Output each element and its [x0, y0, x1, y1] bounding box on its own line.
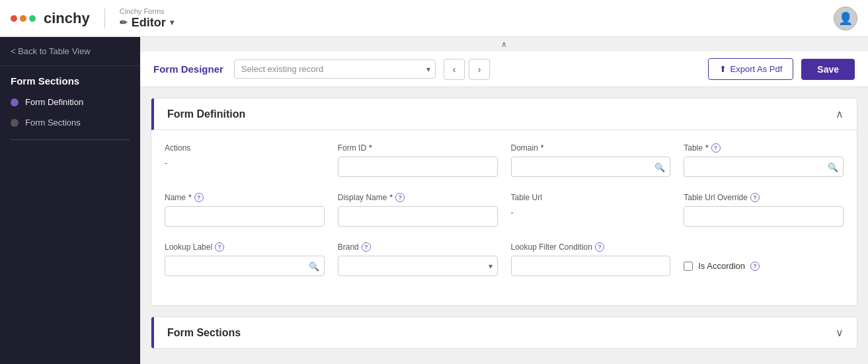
sidebar-item-label: Form Sections — [25, 118, 81, 127]
table-required: * — [705, 143, 709, 153]
table-field: Table * ? 🔍 — [684, 143, 844, 177]
main-layout: < Back to Table View Form Sections Form … — [0, 37, 868, 364]
avatar[interactable]: 👤 — [834, 7, 857, 30]
domain-label: Domain * — [511, 143, 671, 153]
dot-orange — [20, 15, 26, 22]
app-label-group: Cinchy Forms ✏ Editor ▾ — [120, 7, 174, 30]
record-select-wrapper: Select existing record ▾ — [234, 59, 436, 79]
table-url-override-field: Table Url Override ? — [684, 193, 844, 227]
export-button[interactable]: ⬆ Export As Pdf — [708, 58, 794, 80]
editor-chevron-icon[interactable]: ▾ — [170, 18, 174, 27]
is-accordion-help-icon[interactable]: ? — [750, 262, 760, 271]
is-accordion-label: Is Accordion — [698, 261, 745, 271]
lookup-label-field: Lookup Label ? 🔍 — [165, 242, 325, 276]
form-sections-collapse-button[interactable]: ∨ — [836, 326, 844, 339]
lookup-filter-field: Lookup Filter Condition ? — [511, 242, 671, 276]
dot-green — [29, 15, 36, 22]
name-label: Name * ? — [165, 193, 325, 202]
brand-select-wrapper: ▾ — [338, 256, 498, 276]
form-sections-title: Form Sections — [167, 327, 241, 339]
lookup-label-help-icon[interactable]: ? — [215, 242, 224, 252]
name-input[interactable] — [165, 206, 325, 227]
sidebar-dot-active — [11, 98, 19, 106]
table-url-label: Table Url — [511, 193, 671, 202]
sidebar-section-title: Form Sections — [0, 66, 140, 92]
dot-red — [11, 15, 17, 22]
domain-input-wrapper: 🔍 — [511, 157, 671, 177]
display-name-help-icon[interactable]: ? — [395, 193, 405, 202]
table-url-field: Table Url - — [511, 193, 671, 227]
form-sections-card: Form Sections ∨ — [151, 316, 857, 349]
display-name-field: Display Name * ? — [338, 193, 498, 227]
nav-next-button[interactable]: › — [469, 59, 490, 80]
forms-label: Cinchy Forms — [120, 7, 174, 15]
is-accordion-checkbox[interactable] — [684, 262, 693, 271]
toolbar-title: Form Designer — [153, 63, 223, 75]
form-sections-header: Form Sections ∨ — [151, 317, 857, 348]
table-url-value: - — [511, 206, 671, 219]
collapse-toggle[interactable]: ∧ — [140, 37, 868, 52]
brand-help-icon[interactable]: ? — [362, 242, 371, 252]
nav-prev-button[interactable]: ‹ — [444, 59, 465, 80]
sidebar-divider — [11, 139, 130, 140]
content-area: ∧ Form Designer Select existing record ▾… — [140, 37, 868, 364]
nav-arrows: ‹ › — [444, 59, 490, 80]
name-required: * — [188, 193, 192, 202]
fields-row-2: Name * ? Display Name * ? — [165, 193, 844, 227]
table-input[interactable] — [684, 157, 844, 177]
actions-label: Actions — [165, 143, 325, 153]
toolbar: Form Designer Select existing record ▾ ‹… — [140, 52, 868, 87]
form-definition-collapse-button[interactable]: ∧ — [836, 108, 844, 120]
form-definition-fields: Actions - Form ID * Domain — [151, 130, 857, 305]
actions-value: - — [165, 157, 325, 169]
name-help-icon[interactable]: ? — [194, 193, 204, 202]
form-id-label: Form ID * — [338, 143, 498, 153]
logo-divider — [104, 9, 105, 28]
export-icon: ⬆ — [719, 64, 727, 74]
sidebar-item-form-definition[interactable]: Form Definition — [0, 92, 140, 112]
export-label: Export As Pdf — [730, 64, 783, 74]
sidebar: < Back to Table View Form Sections Form … — [0, 37, 140, 364]
brand-field: Brand ? ▾ — [338, 242, 498, 276]
sidebar-dot-inactive — [11, 119, 19, 127]
editor-label: ✏ Editor ▾ — [120, 16, 174, 30]
lookup-label-input-wrapper: 🔍 — [165, 256, 325, 276]
brand-label: Brand ? — [338, 242, 498, 252]
save-button[interactable]: Save — [801, 59, 855, 80]
form-definition-header: Form Definition ∧ — [151, 98, 857, 130]
is-accordion-field: Is Accordion ? — [684, 242, 844, 276]
table-url-override-label: Table Url Override ? — [684, 193, 844, 202]
is-accordion-group: Is Accordion ? — [684, 261, 844, 271]
topbar: cinchy Cinchy Forms ✏ Editor ▾ 👤 — [0, 0, 868, 37]
actions-field: Actions - — [165, 143, 325, 177]
display-name-label: Display Name * ? — [338, 193, 498, 202]
fields-row-1: Actions - Form ID * Domain — [165, 143, 844, 177]
domain-input[interactable] — [511, 157, 671, 177]
table-help-icon[interactable]: ? — [711, 143, 721, 153]
lookup-label-input[interactable] — [165, 256, 325, 276]
lookup-label-label: Lookup Label ? — [165, 242, 325, 252]
form-id-input[interactable] — [338, 157, 498, 177]
fields-row-3: Lookup Label ? 🔍 Brand ? — [165, 242, 844, 276]
pencil-icon: ✏ — [120, 17, 128, 28]
editor-text: Editor — [132, 16, 166, 30]
brand-select[interactable] — [338, 256, 498, 276]
table-label: Table * ? — [684, 143, 844, 153]
display-name-required: * — [389, 193, 393, 202]
topbar-left: cinchy Cinchy Forms ✏ Editor ▾ — [11, 7, 174, 30]
lookup-filter-input[interactable] — [511, 256, 671, 276]
form-definition-title: Form Definition — [167, 108, 245, 120]
domain-field: Domain * 🔍 — [511, 143, 671, 177]
record-select[interactable]: Select existing record — [234, 59, 436, 79]
form-id-field: Form ID * — [338, 143, 498, 177]
table-url-override-help-icon[interactable]: ? — [750, 193, 760, 202]
display-name-input[interactable] — [338, 206, 498, 227]
form-id-required: * — [369, 143, 372, 153]
topbar-right: 👤 — [834, 7, 857, 30]
logo-text: cinchy — [44, 10, 90, 27]
table-url-override-input[interactable] — [684, 206, 844, 227]
lookup-filter-help-icon[interactable]: ? — [595, 242, 604, 252]
sidebar-back-button[interactable]: < Back to Table View — [0, 37, 140, 66]
sidebar-item-label: Form Definition — [25, 97, 83, 107]
sidebar-item-form-sections[interactable]: Form Sections — [0, 112, 140, 133]
